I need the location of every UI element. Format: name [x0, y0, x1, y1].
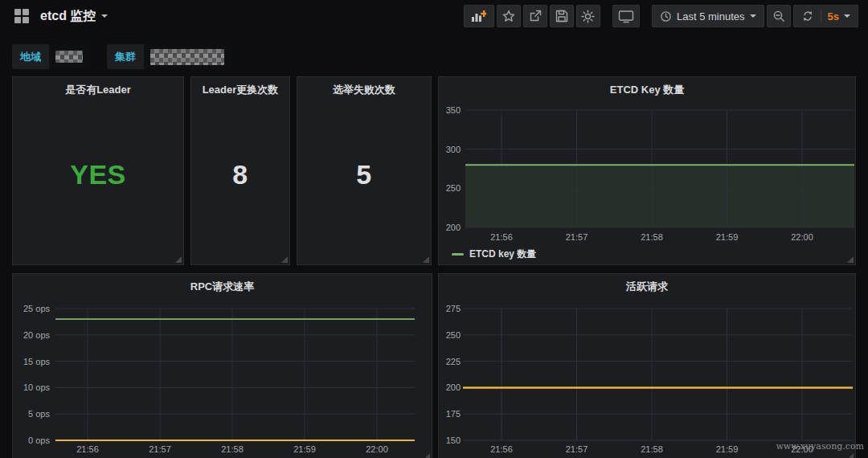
- dashboard-title-picker[interactable]: etcd 监控: [40, 8, 108, 25]
- magnifier-minus-icon: [772, 10, 785, 22]
- svg-text:225: 225: [446, 357, 461, 366]
- main-menu-button[interactable]: [11, 6, 32, 27]
- share-dashboard-button[interactable]: [523, 5, 547, 27]
- panel-title[interactable]: ETCD Key 数量: [439, 83, 855, 97]
- tv-icon: [618, 10, 634, 23]
- svg-text:20 ops: 20 ops: [23, 330, 51, 340]
- dashboard-title: etcd 监控: [40, 8, 96, 25]
- submenu-controls: 地域 集群: [12, 44, 231, 69]
- stat-value: YES: [70, 159, 126, 190]
- svg-text:200: 200: [446, 382, 461, 392]
- panel-leader-status: 是否有Leader YES: [12, 76, 184, 265]
- svg-text:200: 200: [446, 223, 461, 232]
- svg-text:21:59: 21:59: [293, 444, 316, 454]
- svg-text:15 ops: 15 ops: [23, 357, 51, 366]
- variable-region-label: 地域: [12, 44, 49, 69]
- star-dashboard-button[interactable]: [497, 5, 521, 27]
- cycle-view-mode-button[interactable]: [612, 5, 640, 27]
- dashboard-settings-button[interactable]: [576, 5, 600, 27]
- panel-active-requests: 活跃请求 15017520022525027521:5621:5721:5821…: [438, 273, 856, 458]
- save-icon: [555, 10, 568, 22]
- panel-title[interactable]: Leader更换次数: [191, 83, 289, 97]
- star-icon: [502, 10, 515, 22]
- svg-text:250: 250: [446, 330, 461, 340]
- divider: [821, 10, 821, 22]
- refresh-picker: 5s: [793, 5, 858, 27]
- variable-cluster-label: 集群: [107, 44, 144, 69]
- svg-text:150: 150: [446, 436, 461, 445]
- svg-text:21:58: 21:58: [641, 444, 663, 454]
- svg-text:21:56: 21:56: [76, 444, 99, 454]
- zoom-out-button[interactable]: [767, 5, 791, 27]
- watermark: www.xuyasong.com: [776, 441, 864, 452]
- add-panel-icon: [471, 10, 486, 22]
- svg-text:300: 300: [446, 145, 461, 154]
- add-panel-button[interactable]: [464, 5, 494, 27]
- panel-title[interactable]: 是否有Leader: [13, 83, 183, 97]
- svg-text:21:56: 21:56: [490, 232, 513, 242]
- time-range-picker[interactable]: Last 5 minutes: [652, 5, 764, 27]
- chevron-down-icon: [844, 14, 850, 18]
- svg-text:275: 275: [446, 304, 461, 313]
- resize-handle[interactable]: [847, 256, 854, 263]
- stat-value: 8: [232, 159, 248, 190]
- series-label: ETCD key 数量: [469, 247, 536, 261]
- panel-etcd-key-count: ETCD Key 数量 20025030035021:5621:5721:582…: [438, 76, 856, 265]
- resize-handle[interactable]: [281, 256, 288, 263]
- censored-value: [55, 51, 83, 63]
- save-dashboard-button[interactable]: [550, 5, 574, 27]
- svg-text:22:00: 22:00: [791, 232, 813, 242]
- grid-icon: [14, 8, 30, 24]
- variable-region: 地域: [12, 44, 89, 69]
- svg-text:350: 350: [446, 105, 461, 115]
- svg-text:21:59: 21:59: [716, 232, 739, 242]
- panel-leader-changes: Leader更换次数 8: [190, 76, 290, 265]
- timeseries-chart[interactable]: 20025030035021:5621:5721:5821:5922:00: [439, 77, 857, 266]
- navbar: etcd 监控: [0, 0, 868, 32]
- panel-title[interactable]: RPC请求速率: [13, 280, 432, 294]
- grafana-dashboard: etcd 监控: [0, 0, 868, 458]
- share-icon: [529, 10, 542, 22]
- panel-title[interactable]: 活跃请求: [439, 280, 855, 294]
- clock-icon: [660, 10, 672, 22]
- svg-text:0 ops: 0 ops: [28, 436, 50, 445]
- resize-handle[interactable]: [424, 453, 430, 458]
- censored-value: [150, 49, 224, 65]
- resize-handle[interactable]: [423, 256, 429, 263]
- svg-text:25 ops: 25 ops: [23, 304, 51, 313]
- svg-text:175: 175: [446, 409, 461, 419]
- stat-value: 5: [356, 159, 371, 190]
- chevron-down-icon: [101, 14, 108, 18]
- timeseries-chart[interactable]: 15017520022525027521:5621:5721:5821:5922…: [439, 274, 857, 458]
- resize-handle[interactable]: [175, 256, 182, 263]
- timeseries-chart[interactable]: 0 ops5 ops10 ops15 ops20 ops25 ops21:562…: [13, 274, 433, 458]
- svg-text:21:59: 21:59: [716, 444, 739, 454]
- refresh-button[interactable]: [801, 10, 814, 22]
- panel-election-failures: 选举失败次数 5: [297, 76, 432, 265]
- svg-text:250: 250: [446, 183, 461, 193]
- variable-cluster: 集群: [107, 44, 231, 69]
- panel-title[interactable]: 选举失败次数: [297, 83, 431, 97]
- svg-text:21:57: 21:57: [149, 444, 171, 454]
- resize-handle[interactable]: [847, 453, 854, 458]
- svg-text:22:00: 22:00: [366, 444, 388, 454]
- refresh-interval-dropdown[interactable]: 5s: [828, 10, 850, 22]
- time-range-label: Last 5 minutes: [677, 10, 745, 22]
- series-color-dash: [452, 253, 464, 256]
- svg-text:21:58: 21:58: [221, 444, 244, 454]
- chevron-down-icon: [750, 14, 756, 18]
- panel-rpc-rate: RPC请求速率 0 ops5 ops10 ops15 ops20 ops25 o…: [12, 273, 432, 458]
- gear-icon: [581, 10, 595, 23]
- svg-text:10 ops: 10 ops: [23, 382, 51, 392]
- svg-text:21:56: 21:56: [490, 444, 513, 454]
- svg-text:21:57: 21:57: [566, 444, 588, 454]
- refresh-interval-label: 5s: [828, 10, 839, 22]
- svg-text:21:57: 21:57: [566, 232, 588, 242]
- refresh-icon: [801, 10, 814, 22]
- variable-cluster-value[interactable]: [144, 44, 231, 69]
- svg-text:5 ops: 5 ops: [28, 409, 50, 419]
- variable-region-value[interactable]: [49, 44, 89, 69]
- svg-text:21:58: 21:58: [641, 232, 663, 242]
- legend-item[interactable]: ETCD key 数量: [452, 247, 536, 261]
